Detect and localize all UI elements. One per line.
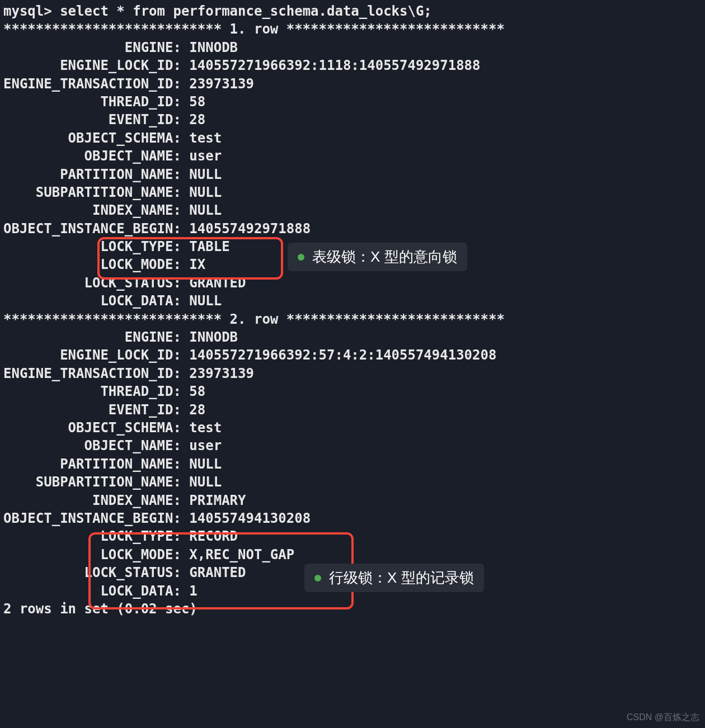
value-thread-id: 58 xyxy=(189,384,205,399)
row2-lock-mode: LOCK_MODE: X,REC_NOT_GAP xyxy=(3,546,702,564)
value-partition-name: NULL xyxy=(189,456,222,472)
label-engine-lock-id: ENGINE_LOCK_ID xyxy=(3,347,173,363)
label-lock-type: LOCK_TYPE xyxy=(3,528,173,544)
value-lock-status: GRANTED xyxy=(189,565,246,580)
value-lock-mode: IX xyxy=(189,257,205,272)
value-engine: INNODB xyxy=(189,329,238,345)
label-lock-mode: LOCK_MODE xyxy=(3,547,173,562)
row2-index-name: INDEX_NAME: PRIMARY xyxy=(3,491,702,509)
value-engine-transaction-id: 23973139 xyxy=(189,366,254,381)
watermark: CSDN @百炼之志 xyxy=(627,711,699,724)
label-engine: ENGINE xyxy=(3,40,173,55)
value-index-name: PRIMARY xyxy=(189,493,246,508)
value-lock-status: GRANTED xyxy=(189,275,246,291)
sql-query: select * from performance_schema.data_lo… xyxy=(60,3,432,19)
row2-lock-type: LOCK_TYPE: RECORD xyxy=(3,527,702,545)
label-object-name: OBJECT_NAME xyxy=(3,148,173,164)
label-lock-data: LOCK_DATA xyxy=(3,583,173,599)
result-footer: 2 rows in set (0.02 sec) xyxy=(3,600,702,618)
label-subpartition-name: SUBPARTITION_NAME xyxy=(3,474,173,490)
value-object-schema: test xyxy=(189,420,222,436)
value-index-name: NULL xyxy=(189,202,222,218)
label-object-instance-begin: OBJECT_INSTANCE_BEGIN xyxy=(3,510,173,526)
label-partition-name: PARTITION_NAME xyxy=(3,456,173,472)
green-dot-icon xyxy=(314,575,321,582)
label-engine-lock-id: ENGINE_LOCK_ID xyxy=(3,58,173,73)
row1-engine-lock-id: ENGINE_LOCK_ID: 140557271966392:1118:140… xyxy=(3,56,702,74)
label-thread-id: THREAD_ID xyxy=(3,384,173,399)
label-index-name: INDEX_NAME xyxy=(3,202,173,218)
value-thread-id: 58 xyxy=(189,94,205,110)
label-object-schema: OBJECT_SCHEMA xyxy=(3,130,173,146)
annotation-table-lock: 表级锁：X 型的意向锁 xyxy=(288,243,467,271)
label-event-id: EVENT_ID xyxy=(3,112,173,127)
row2-object-schema: OBJECT_SCHEMA: test xyxy=(3,419,702,437)
row1-engine: ENGINE: INNODB xyxy=(3,39,702,56)
value-object-name: user xyxy=(189,438,222,453)
label-lock-data: LOCK_DATA xyxy=(3,293,173,309)
value-lock-mode: X,REC_NOT_GAP xyxy=(189,547,294,562)
label-event-id: EVENT_ID xyxy=(3,402,173,418)
row1-event-id: EVENT_ID: 28 xyxy=(3,111,702,129)
value-engine-lock-id: 140557271966392:1118:140557492971888 xyxy=(189,58,480,73)
row2-partition-name: PARTITION_NAME: NULL xyxy=(3,455,702,473)
label-object-schema: OBJECT_SCHEMA xyxy=(3,420,173,436)
row2-event-id: EVENT_ID: 28 xyxy=(3,401,702,419)
value-object-instance-begin: 140557494130208 xyxy=(189,510,311,526)
label-index-name: INDEX_NAME xyxy=(3,493,173,508)
row1-object-schema: OBJECT_SCHEMA: test xyxy=(3,129,702,147)
row1-thread-id: THREAD_ID: 58 xyxy=(3,93,702,111)
row2-engine-lock-id: ENGINE_LOCK_ID: 140557271966392:57:4:2:1… xyxy=(3,346,702,364)
label-thread-id: THREAD_ID xyxy=(3,94,173,110)
annotation-table-lock-text: 表级锁：X 型的意向锁 xyxy=(312,247,457,267)
value-event-id: 28 xyxy=(189,112,205,127)
row1-subpartition-name: SUBPARTITION_NAME: NULL xyxy=(3,183,702,201)
row2-object-instance-begin: OBJECT_INSTANCE_BEGIN: 140557494130208 xyxy=(3,509,702,527)
row1-index-name: INDEX_NAME: NULL xyxy=(3,201,702,219)
row2-thread-id: THREAD_ID: 58 xyxy=(3,382,702,400)
row1-partition-name: PARTITION_NAME: NULL xyxy=(3,166,702,183)
green-dot-icon xyxy=(298,254,304,261)
row1-lock-data: LOCK_DATA: NULL xyxy=(3,292,702,310)
value-engine-lock-id: 140557271966392:57:4:2:140557494130208 xyxy=(189,347,496,363)
annotation-row-lock: 行级锁：X 型的记录锁 xyxy=(304,564,484,592)
value-engine: INNODB xyxy=(189,40,238,55)
row1-object-instance-begin: OBJECT_INSTANCE_BEGIN: 140557492971888 xyxy=(3,220,702,238)
mysql-prompt: mysql> xyxy=(3,3,60,19)
value-lock-data: NULL xyxy=(189,293,222,309)
label-lock-status: LOCK_STATUS xyxy=(3,565,173,580)
label-engine: ENGINE xyxy=(3,329,173,345)
value-lock-type: RECORD xyxy=(189,528,238,544)
label-subpartition-name: SUBPARTITION_NAME xyxy=(3,185,173,200)
label-engine-transaction-id: ENGINE_TRANSACTION_ID xyxy=(3,76,173,92)
value-object-schema: test xyxy=(189,130,222,146)
label-engine-transaction-id: ENGINE_TRANSACTION_ID xyxy=(3,366,173,381)
row2-object-name: OBJECT_NAME: user xyxy=(3,437,702,455)
row1-lock-status: LOCK_STATUS: GRANTED xyxy=(3,274,702,292)
value-lock-type: TABLE xyxy=(189,239,229,254)
row-2-header: *************************** 2. row *****… xyxy=(3,310,702,328)
value-event-id: 28 xyxy=(189,402,205,418)
value-partition-name: NULL xyxy=(189,167,222,182)
label-lock-type: LOCK_TYPE xyxy=(3,239,173,254)
label-partition-name: PARTITION_NAME xyxy=(3,167,173,182)
row2-subpartition-name: SUBPARTITION_NAME: NULL xyxy=(3,473,702,491)
row2-engine: ENGINE: INNODB xyxy=(3,328,702,346)
value-object-instance-begin: 140557492971888 xyxy=(189,221,311,237)
row1-engine-transaction-id: ENGINE_TRANSACTION_ID: 23973139 xyxy=(3,75,702,93)
value-subpartition-name: NULL xyxy=(189,185,222,200)
row2-engine-transaction-id: ENGINE_TRANSACTION_ID: 23973139 xyxy=(3,365,702,382)
label-object-instance-begin: OBJECT_INSTANCE_BEGIN xyxy=(3,221,173,237)
value-engine-transaction-id: 23973139 xyxy=(189,76,254,92)
value-lock-data: 1 xyxy=(189,583,197,599)
label-lock-status: LOCK_STATUS xyxy=(3,275,173,291)
mysql-prompt-line: mysql> select * from performance_schema.… xyxy=(3,2,702,20)
value-subpartition-name: NULL xyxy=(189,474,222,490)
label-object-name: OBJECT_NAME xyxy=(3,438,173,453)
label-lock-mode: LOCK_MODE xyxy=(3,257,173,272)
value-object-name: user xyxy=(189,148,222,164)
row-1-header: *************************** 1. row *****… xyxy=(3,20,702,38)
row1-object-name: OBJECT_NAME: user xyxy=(3,147,702,165)
annotation-row-lock-text: 行级锁：X 型的记录锁 xyxy=(329,568,474,588)
